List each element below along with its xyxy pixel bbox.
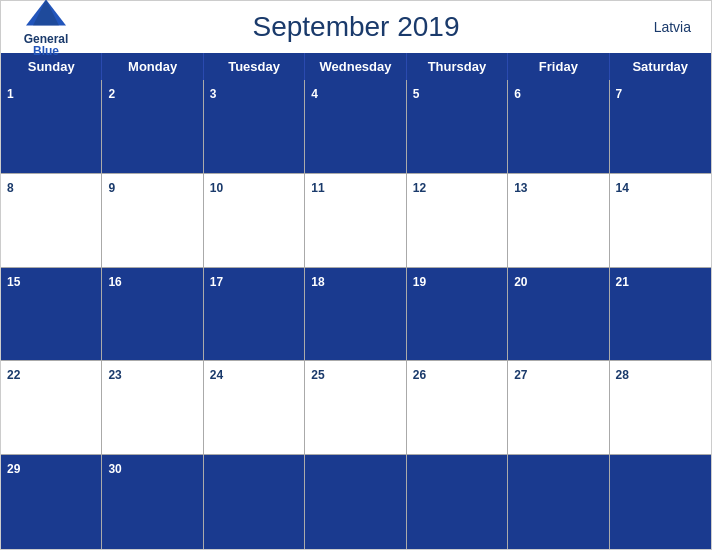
cell-13: 13 bbox=[508, 174, 609, 268]
cell-4: 4 bbox=[305, 80, 406, 174]
cell-27: 27 bbox=[508, 361, 609, 455]
week-row-5: 29 30 bbox=[1, 455, 711, 549]
cell-29: 29 bbox=[1, 455, 102, 549]
cell-9: 9 bbox=[102, 174, 203, 268]
cell-18: 18 bbox=[305, 268, 406, 362]
cell-7: 7 bbox=[610, 80, 711, 174]
calendar-container: General Blue September 2019 Latvia Sunda… bbox=[0, 0, 712, 550]
cell-23: 23 bbox=[102, 361, 203, 455]
logo-icon bbox=[21, 0, 71, 33]
cell-8: 8 bbox=[1, 174, 102, 268]
cell-empty-4 bbox=[508, 455, 609, 549]
cell-empty-5 bbox=[610, 455, 711, 549]
cell-12: 12 bbox=[407, 174, 508, 268]
day-tuesday: Tuesday bbox=[204, 53, 305, 80]
cell-6: 6 bbox=[508, 80, 609, 174]
cell-5: 5 bbox=[407, 80, 508, 174]
cell-11: 11 bbox=[305, 174, 406, 268]
cell-21: 21 bbox=[610, 268, 711, 362]
day-wednesday: Wednesday bbox=[305, 53, 406, 80]
day-thursday: Thursday bbox=[407, 53, 508, 80]
cell-26: 26 bbox=[407, 361, 508, 455]
week-row-1: 1 2 3 4 5 6 7 bbox=[1, 80, 711, 174]
cell-empty-2 bbox=[305, 455, 406, 549]
cell-15: 15 bbox=[1, 268, 102, 362]
logo-blue-text: Blue bbox=[33, 45, 59, 57]
week-row-3: 15 16 17 18 19 20 21 bbox=[1, 268, 711, 362]
cell-3: 3 bbox=[204, 80, 305, 174]
cell-empty-1 bbox=[204, 455, 305, 549]
week-row-2: 8 9 10 11 12 13 14 bbox=[1, 174, 711, 268]
calendar-header: General Blue September 2019 Latvia bbox=[1, 1, 711, 53]
cell-24: 24 bbox=[204, 361, 305, 455]
days-header: Sunday Monday Tuesday Wednesday Thursday… bbox=[1, 53, 711, 80]
cell-25: 25 bbox=[305, 361, 406, 455]
logo-area: General Blue bbox=[21, 0, 71, 57]
cell-14: 14 bbox=[610, 174, 711, 268]
cell-2: 2 bbox=[102, 80, 203, 174]
cell-10: 10 bbox=[204, 174, 305, 268]
cell-20: 20 bbox=[508, 268, 609, 362]
week-row-4: 22 23 24 25 26 27 28 bbox=[1, 361, 711, 455]
cell-16: 16 bbox=[102, 268, 203, 362]
calendar-title: September 2019 bbox=[252, 11, 459, 43]
calendar-body: 1 2 3 4 5 6 7 8 9 10 11 12 13 14 15 16 1… bbox=[1, 80, 711, 549]
day-monday: Monday bbox=[102, 53, 203, 80]
cell-22: 22 bbox=[1, 361, 102, 455]
country-label: Latvia bbox=[654, 19, 691, 35]
cell-30: 30 bbox=[102, 455, 203, 549]
cell-28: 28 bbox=[610, 361, 711, 455]
cell-17: 17 bbox=[204, 268, 305, 362]
day-friday: Friday bbox=[508, 53, 609, 80]
cell-1: 1 bbox=[1, 80, 102, 174]
day-saturday: Saturday bbox=[610, 53, 711, 80]
cell-19: 19 bbox=[407, 268, 508, 362]
cell-empty-3 bbox=[407, 455, 508, 549]
